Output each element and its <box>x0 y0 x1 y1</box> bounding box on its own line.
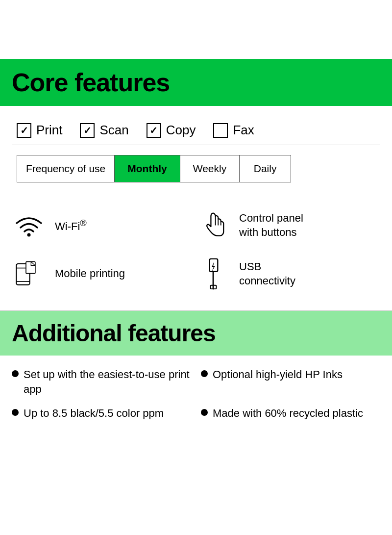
print-checkbox[interactable] <box>17 123 31 138</box>
wifi-label: Wi-Fi® <box>55 217 87 234</box>
copy-label: Copy <box>166 123 196 138</box>
wifi-icon-wrap <box>12 213 46 238</box>
frequency-label: Frequency of use <box>17 155 115 182</box>
fax-checkbox[interactable] <box>213 123 228 138</box>
scan-checkbox[interactable] <box>80 123 95 138</box>
control-panel-label: Control panelwith buttons <box>239 211 303 239</box>
bullet-item-4: Made with 60% recycled plastic <box>201 406 380 421</box>
wifi-icon <box>14 213 44 238</box>
bullet-dot-1 <box>12 370 19 377</box>
connectivity-section: Wi-Fi® Control panelwith buttons <box>0 190 392 311</box>
checkbox-row: Print Scan Copy Fax <box>12 116 380 145</box>
bullet-dot-3 <box>12 409 19 416</box>
checkbox-fax[interactable]: Fax <box>213 123 254 138</box>
bullet-text-2: Optional high-yield HP Inks <box>213 367 343 382</box>
bullet-item-3: Up to 8.5 black/5.5 color ppm <box>12 406 191 421</box>
top-spacer <box>0 0 392 59</box>
control-panel-item: Control panelwith buttons <box>196 202 380 249</box>
additional-features-title: Additional features <box>12 320 380 347</box>
checkbox-print[interactable]: Print <box>17 123 62 138</box>
usb-icon <box>202 258 224 290</box>
frequency-daily[interactable]: Daily <box>240 155 291 182</box>
mobile-printing-label: Mobile printing <box>55 267 125 281</box>
bullet-text-3: Up to 8.5 black/5.5 color ppm <box>24 406 164 421</box>
checkbox-scan[interactable]: Scan <box>80 123 128 138</box>
svg-point-0 <box>27 233 31 237</box>
copy-checkbox[interactable] <box>147 123 161 138</box>
core-features-header: Core features <box>0 59 392 106</box>
svg-rect-4 <box>26 261 35 273</box>
wifi-item: Wi-Fi® <box>12 202 196 249</box>
usb-label: USBconnectivity <box>239 260 295 288</box>
usb-icon-wrap <box>196 258 230 290</box>
additional-features-header: Additional features <box>0 311 392 356</box>
touch-icon <box>200 211 227 240</box>
mobile-icon <box>14 259 44 289</box>
frequency-row: Frequency of use Monthly Weekly Daily <box>17 155 291 182</box>
additional-features-body: Set up with the easiest-to-use print app… <box>0 356 392 445</box>
frequency-weekly[interactable]: Weekly <box>180 155 240 182</box>
bullet-text-1: Set up with the easiest-to-use print app <box>24 367 191 396</box>
fax-label: Fax <box>233 123 254 138</box>
bullet-item-1: Set up with the easiest-to-use print app <box>12 367 191 396</box>
mobile-printing-item: Mobile printing <box>12 249 196 299</box>
bullet-dot-2 <box>201 370 208 377</box>
svg-rect-5 <box>209 259 218 272</box>
print-label: Print <box>36 123 62 138</box>
bullet-text-4: Made with 60% recycled plastic <box>213 406 363 421</box>
core-features-title: Core features <box>12 68 380 97</box>
bullet-dot-4 <box>201 409 208 416</box>
mobile-icon-wrap <box>12 259 46 289</box>
scan-label: Scan <box>99 123 128 138</box>
usb-item: USBconnectivity <box>196 249 380 299</box>
frequency-monthly[interactable]: Monthly <box>115 155 180 182</box>
checkbox-copy[interactable]: Copy <box>147 123 196 138</box>
touch-icon-wrap <box>196 211 230 240</box>
bullet-item-2: Optional high-yield HP Inks <box>201 367 380 396</box>
core-features-body: Print Scan Copy Fax Frequency of use Mon… <box>0 106 392 182</box>
